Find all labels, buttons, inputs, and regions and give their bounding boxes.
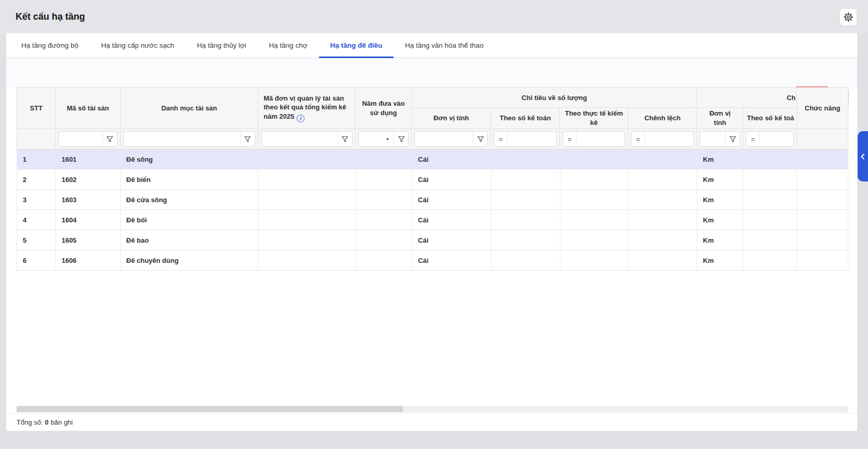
settings-button[interactable] (840, 8, 857, 26)
gear-icon (843, 12, 853, 22)
value-group-label-clipped: Ch (697, 88, 797, 108)
cell-unit-2: Km (697, 250, 743, 270)
side-panel-toggle[interactable] (858, 131, 868, 181)
cell-empty (629, 250, 698, 270)
funnel-icon[interactable] (473, 132, 487, 146)
funnel-icon[interactable] (725, 132, 740, 146)
cell-asset-category: Đê cửa sông (121, 190, 259, 209)
column-header-unit[interactable]: Đơn vị tính (412, 108, 491, 129)
filter-cell-year-in-use: ▼ (356, 129, 412, 149)
table-row[interactable]: 3 1603 Đê cửa sông Cái Km (17, 190, 848, 210)
cell-empty (491, 170, 560, 189)
tab-ha-tang-van-hoa-the-thao[interactable]: Hạ tầng văn hóa thể thao (394, 33, 495, 58)
cell-empty (797, 230, 848, 250)
by-accounting-filter-input[interactable] (508, 132, 556, 146)
by-accounting-2-filter-input[interactable] (760, 132, 793, 146)
cell-asset-code: 1603 (56, 190, 121, 209)
year-filter-select[interactable] (359, 132, 382, 146)
cell-empty (356, 250, 412, 270)
column-header-unit-2[interactable]: Đơn vị tính (697, 108, 743, 129)
cell-asset-category: Đê sông (121, 149, 259, 169)
column-header-mgmt-unit-code[interactable]: Mã đơn vị quản lý tài sản theo kết quả t… (258, 88, 356, 129)
column-header-asset-category[interactable]: Danh mục tài sản (121, 88, 258, 129)
column-header-by-accounting[interactable]: Theo số kế toán (491, 108, 560, 129)
cell-stt: 6 (17, 250, 56, 270)
table-row[interactable]: 6 1606 Đê chuyên dùng Cái Km (17, 250, 848, 271)
cell-unit-2: Km (697, 149, 743, 169)
filter-cell-unit-2 (697, 129, 743, 149)
asset-category-filter-input[interactable] (124, 132, 240, 146)
column-header-by-inventory[interactable]: Theo thực tế kiểm kê (560, 108, 628, 129)
cell-empty (743, 190, 797, 209)
cell-unit: Cái (412, 149, 491, 169)
tab-ha-tang-de-dieu[interactable]: Hạ tầng đê điều (319, 33, 394, 58)
content-card: Hạ tầng đường bộ Hạ tầng cấp nước sạch H… (6, 33, 857, 431)
table-row[interactable]: 4 1604 Đê bối Cái Km (17, 210, 848, 230)
caret-down-icon[interactable]: ▼ (381, 132, 394, 146)
cell-stt: 5 (17, 230, 56, 250)
total-label: Tổng số: (17, 418, 43, 426)
cell-empty (560, 149, 629, 169)
equals-operator[interactable]: = (563, 132, 576, 146)
mgmt-unit-code-filter-input[interactable] (262, 132, 338, 146)
tab-ha-tang-thuy-loi[interactable]: Hạ tầng thủy lợi (185, 33, 257, 58)
tab-ha-tang-cho[interactable]: Hạ tầng chợ (257, 33, 319, 58)
cell-empty (356, 170, 412, 189)
cell-asset-category: Đê chuyên dùng (121, 250, 259, 270)
cell-empty (491, 230, 560, 250)
tab-ha-tang-duong-bo[interactable]: Hạ tầng đường bộ (10, 33, 90, 58)
toolbar: Thêm tài sản Xuất khẩu Sửa (6, 58, 857, 87)
cell-empty (797, 170, 848, 189)
cell-empty (258, 190, 356, 209)
asset-code-filter-input[interactable] (59, 132, 103, 146)
funnel-icon[interactable] (338, 132, 352, 146)
cell-empty (743, 210, 797, 230)
cell-empty (560, 170, 629, 189)
cell-empty (797, 210, 848, 230)
funnel-icon[interactable] (103, 132, 117, 146)
filter-cell-unit (412, 129, 491, 149)
equals-operator[interactable]: = (746, 132, 760, 146)
column-header-by-accounting-2-clipped[interactable]: Theo số kế toá (743, 108, 797, 129)
cell-empty (491, 250, 560, 270)
filter-cell-actions (797, 129, 848, 149)
unit-filter-input[interactable] (415, 132, 473, 146)
tab-ha-tang-cap-nuoc-sach[interactable]: Hạ tầng cấp nước sạch (90, 33, 185, 58)
column-header-stt[interactable]: STT (17, 88, 56, 129)
column-header-difference[interactable]: Chênh lệch (628, 108, 697, 129)
quantity-group-label: Chỉ tiêu về số lượng (412, 88, 697, 108)
table-row[interactable]: 1 1601 Đê sông Cái Km (17, 149, 848, 170)
equals-operator[interactable]: = (631, 132, 645, 146)
filter-cell-by-inventory: = (560, 129, 628, 149)
horizontal-scrollbar-thumb[interactable] (17, 406, 403, 412)
cell-empty (560, 190, 629, 209)
funnel-icon[interactable] (394, 132, 408, 146)
cell-asset-code: 1601 (56, 149, 121, 169)
filter-cell-difference: = (628, 129, 697, 149)
cell-empty (258, 210, 356, 230)
cell-unit-2: Km (697, 190, 743, 209)
tab-bar: Hạ tầng đường bộ Hạ tầng cấp nước sạch H… (6, 33, 857, 58)
cell-empty (560, 210, 629, 230)
table-row[interactable]: 5 1605 Đê bao Cái Km (17, 230, 848, 250)
table-row[interactable]: 2 1602 Đê biển Cái Km (17, 170, 848, 190)
unit-2-filter-input[interactable] (700, 132, 725, 146)
total-value: 0 (45, 418, 49, 426)
cell-unit: Cái (412, 170, 491, 189)
cell-empty (356, 149, 412, 169)
by-inventory-filter-input[interactable] (576, 132, 625, 146)
info-icon[interactable]: i (297, 115, 305, 122)
funnel-icon[interactable] (240, 132, 255, 146)
cell-unit-2: Km (697, 210, 743, 230)
page-title: Kết cấu hạ tầng (16, 0, 85, 33)
data-grid: STT Mã số tài sản Danh mục tài sản Mã đơ… (17, 87, 848, 271)
cell-empty (356, 210, 412, 230)
cell-stt: 2 (17, 170, 56, 189)
grid-footer: Tổng số: 0 bản ghi (6, 413, 857, 431)
column-header-year-in-use[interactable]: Năm đưa vào sử dụng (355, 88, 412, 129)
cell-empty (560, 230, 629, 250)
app-header: Kết cấu hạ tầng (0, 0, 868, 33)
column-header-asset-code[interactable]: Mã số tài sản (56, 88, 121, 129)
difference-filter-input[interactable] (645, 132, 693, 146)
equals-operator[interactable]: = (494, 132, 508, 146)
